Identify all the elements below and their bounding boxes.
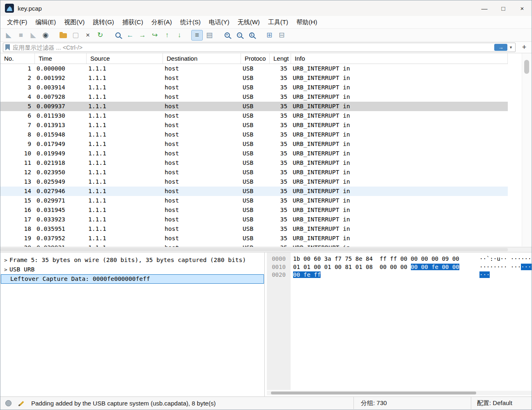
find-packet-button[interactable] [112, 30, 124, 41]
packet-row-1[interactable]: 10.0000001.1.1hostUSB35URB_INTERRUPT in [0, 64, 508, 73]
menu-capture[interactable]: 捕获(C) [118, 17, 147, 28]
cell-info: URB_INTERRUPT in [291, 205, 508, 215]
filter-dropdown-icon[interactable]: ▾ [507, 45, 514, 50]
column-header-destination[interactable]: Destination [163, 53, 241, 64]
filter-bookmark-icon[interactable] [5, 44, 10, 50]
expert-info-icon[interactable] [5, 400, 11, 406]
cell-info: URB_INTERRUPT in [291, 130, 508, 139]
packet-row-13[interactable]: 130.0259491.1.1hostUSB35URB_INTERRUPT in [0, 177, 508, 187]
packet-row-17[interactable]: 170.0339231.1.1hostUSB35URB_INTERRUPT in [0, 215, 508, 224]
reload-button[interactable]: ↻ [94, 30, 106, 41]
detail-line-2[interactable]: Leftover Capture Data: 0000fe000000feff [1, 274, 264, 284]
packet-row-6[interactable]: 60.0119301.1.1hostUSB35URB_INTERRUPT in [0, 111, 508, 121]
resize-columns-button[interactable]: ⊞ [264, 30, 275, 41]
apply-filter-button[interactable]: → [494, 44, 507, 51]
hex-row-0010[interactable]: 001001 01 00 01 00 81 01 08 00 00 00 00 … [267, 263, 532, 271]
hex-hscroll-thumb[interactable] [271, 392, 476, 394]
cell-time: 0.033923 [35, 215, 87, 224]
detail-line-1[interactable]: >USB URB [0, 265, 264, 274]
hex-offset: 0010 [267, 263, 291, 271]
capture-options-button[interactable]: ◉ [40, 30, 51, 41]
menu-view[interactable]: 视图(V) [60, 17, 89, 28]
wireshark-window: key.pcap —□× 文件(F)编辑(E)视图(V)跳转(G)捕获(C)分析… [0, 0, 532, 410]
profile-label[interactable]: 配置: Default [471, 399, 532, 407]
filter-input[interactable] [13, 44, 494, 51]
hex-row-0000[interactable]: 00001b 00 60 3a f7 75 8e 84 ff ff 00 00 … [267, 255, 532, 263]
add-filter-button[interactable]: + [519, 43, 529, 52]
go-top-button[interactable]: ↑ [161, 30, 173, 41]
packet-row-3[interactable]: 30.0039141.1.1hostUSB35URB_INTERRUPT in [0, 83, 508, 92]
start-capture-button[interactable]: ◣ [3, 30, 14, 41]
go-bottom-button[interactable]: ↓ [174, 30, 185, 41]
packet-row-7[interactable]: 70.0139131.1.1hostUSB35URB_INTERRUPT in [0, 121, 508, 130]
cell-source: 1.1.1 [87, 234, 163, 243]
edit-comment-icon[interactable] [18, 400, 25, 407]
go-forward-button[interactable]: → [137, 30, 148, 41]
menu-statistics[interactable]: 统计(S) [176, 17, 205, 28]
go-back-button[interactable]: ← [124, 30, 136, 41]
packet-row-16[interactable]: 160.0319451.1.1hostUSB35URB_INTERRUPT in [0, 205, 508, 215]
colorize-icon: ▤ [206, 32, 213, 39]
shrink-columns-button[interactable]: ⊟ [276, 30, 287, 41]
expander-icon[interactable]: > [0, 265, 9, 274]
packet-row-15[interactable]: 150.0299711.1.1hostUSB35URB_INTERRUPT in [0, 196, 508, 205]
packet-list-hscroll-thumb[interactable] [0, 248, 508, 251]
cell-time: 0.013913 [35, 121, 87, 130]
packet-row-2[interactable]: 20.0019921.1.1hostUSB35URB_INTERRUPT in [0, 73, 508, 83]
display-filter-field[interactable]: → ▾ [3, 43, 516, 52]
packet-row-10[interactable]: 100.0199491.1.1hostUSB35URB_INTERRUPT in [0, 149, 508, 158]
hex-hscrollbar[interactable] [267, 391, 532, 395]
hex-row-0020[interactable]: 002000 fe ff··· [267, 271, 532, 279]
cell-protocol: USB [241, 168, 270, 177]
menu-edit[interactable]: 编辑(E) [31, 17, 60, 28]
zoom-out-button[interactable]: − [234, 30, 245, 41]
close-file-button[interactable]: × [82, 30, 94, 41]
go-to-packet-button[interactable]: ↪ [149, 30, 161, 41]
cell-no: 19 [0, 234, 35, 243]
column-header-no[interactable]: No. [0, 53, 35, 64]
packet-list-vscroll-thumb[interactable] [524, 60, 529, 74]
column-header-time[interactable]: Time [35, 53, 87, 64]
minimize-button[interactable]: — [475, 0, 494, 16]
save-file-icon: ▢ [72, 32, 79, 39]
column-header-source[interactable]: Source [87, 53, 163, 64]
packet-row-9[interactable]: 90.0179491.1.1hostUSB35URB_INTERRUPT in [0, 139, 508, 149]
zoom-in-button[interactable]: + [221, 30, 233, 41]
cell-source: 1.1.1 [87, 73, 163, 83]
cell-source: 1.1.1 [87, 158, 163, 168]
detail-line-0[interactable]: >Frame 5: 35 bytes on wire (280 bits), 3… [0, 255, 264, 265]
column-header-protocol[interactable]: Protoco [241, 53, 270, 64]
cell-length: 35 [270, 196, 291, 205]
restart-capture-button[interactable]: ◣ [28, 30, 39, 41]
column-header-length[interactable]: Lengt [270, 53, 291, 64]
menu-wireless[interactable]: 无线(W) [234, 17, 264, 28]
menu-help[interactable]: 帮助(H) [292, 17, 321, 28]
open-file-button[interactable] [57, 30, 69, 41]
save-file-button[interactable]: ▢ [70, 30, 81, 41]
menu-go[interactable]: 跳转(G) [89, 17, 118, 28]
packet-row-19[interactable]: 190.0379521.1.1hostUSB35URB_INTERRUPT in [0, 234, 508, 243]
packet-row-14[interactable]: 140.0279461.1.1hostUSB35URB_INTERRUPT in [0, 187, 508, 196]
packet-row-4[interactable]: 40.0079281.1.1hostUSB35URB_INTERRUPT in [0, 92, 508, 102]
zoom-reset-button[interactable]: 1 [246, 30, 257, 41]
menu-file[interactable]: 文件(F) [3, 17, 31, 28]
stop-capture-button[interactable]: ■ [15, 30, 27, 41]
close-button[interactable]: × [513, 0, 532, 16]
packet-row-5[interactable]: 50.0099371.1.1hostUSB35URB_INTERRUPT in [0, 102, 508, 111]
packet-list-vscrollbar[interactable] [522, 53, 531, 246]
packet-row-20[interactable]: 200.0399311.1.1hostUSB35URB_INTERRUPT in [0, 243, 508, 247]
column-header-info[interactable]: Info [291, 53, 508, 64]
expander-icon[interactable]: > [0, 256, 9, 264]
packet-row-18[interactable]: 180.0359511.1.1hostUSB35URB_INTERRUPT in [0, 224, 508, 234]
packet-row-8[interactable]: 80.0159481.1.1hostUSB35URB_INTERRUPT in [0, 130, 508, 139]
auto-scroll-button[interactable]: ≡ [191, 30, 203, 41]
colorize-button[interactable]: ▤ [204, 30, 215, 41]
packet-list-hscrollbar[interactable] [0, 247, 532, 253]
maximize-button[interactable]: □ [494, 0, 513, 16]
menu-tools[interactable]: 工具(T) [264, 17, 292, 28]
title-bar: key.pcap —□× [0, 0, 532, 16]
packet-row-11[interactable]: 110.0219181.1.1hostUSB35URB_INTERRUPT in [0, 158, 508, 168]
packet-row-12[interactable]: 120.0239501.1.1hostUSB35URB_INTERRUPT in [0, 168, 508, 177]
menu-analyze[interactable]: 分析(A) [147, 17, 176, 28]
menu-telephony[interactable]: 电话(Y) [205, 17, 234, 28]
